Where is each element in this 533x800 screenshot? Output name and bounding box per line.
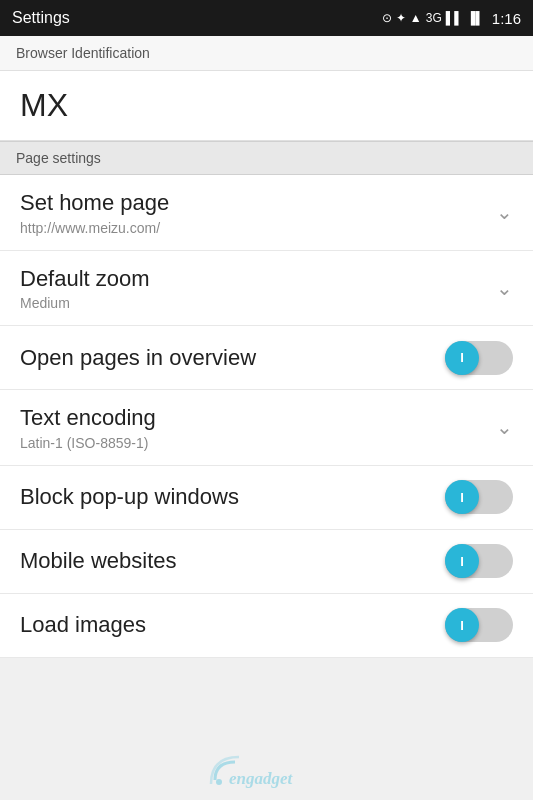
set-home-page-title: Set home page bbox=[20, 189, 484, 218]
text-encoding-item[interactable]: Text encoding Latin-1 (ISO-8859-1) ⌄ bbox=[0, 390, 533, 466]
alarm-icon: ⊙ bbox=[382, 11, 392, 25]
load-images-knob: I bbox=[445, 608, 479, 642]
watermark: engadget bbox=[0, 752, 533, 792]
open-pages-overview-toggle[interactable]: I bbox=[445, 341, 513, 375]
text-encoding-subtitle: Latin-1 (ISO-8859-1) bbox=[20, 435, 484, 451]
browser-id-value: MX bbox=[20, 87, 68, 123]
default-zoom-chevron: ⌄ bbox=[496, 276, 513, 300]
block-popup-knob: I bbox=[445, 480, 479, 514]
page-settings-label: Page settings bbox=[16, 150, 101, 166]
default-zoom-subtitle: Medium bbox=[20, 295, 484, 311]
text-encoding-text: Text encoding Latin-1 (ISO-8859-1) bbox=[20, 404, 484, 451]
open-pages-overview-knob: I bbox=[445, 341, 479, 375]
svg-point-0 bbox=[216, 779, 222, 785]
mobile-websites-item[interactable]: Mobile websites I bbox=[0, 530, 533, 594]
default-zoom-title: Default zoom bbox=[20, 265, 484, 294]
watermark-logo: engadget bbox=[207, 752, 327, 792]
bluetooth-icon: ✦ bbox=[396, 11, 406, 25]
default-zoom-item[interactable]: Default zoom Medium ⌄ bbox=[0, 251, 533, 327]
status-bar: Settings ⊙ ✦ ▲ 3G ▌▌ ▐▌ 1:16 bbox=[0, 0, 533, 36]
set-home-page-item[interactable]: Set home page http://www.meizu.com/ ⌄ bbox=[0, 175, 533, 251]
set-home-page-text: Set home page http://www.meizu.com/ bbox=[20, 189, 484, 236]
block-popup-item[interactable]: Block pop-up windows I bbox=[0, 466, 533, 530]
set-home-page-chevron: ⌄ bbox=[496, 200, 513, 224]
load-images-item[interactable]: Load images I bbox=[0, 594, 533, 658]
mobile-websites-toggle[interactable]: I bbox=[445, 544, 513, 578]
text-encoding-chevron: ⌄ bbox=[496, 415, 513, 439]
battery-icon: ▐▌ bbox=[467, 11, 484, 25]
toggle-on-label: I bbox=[460, 350, 464, 365]
network-icon: 3G bbox=[426, 11, 442, 25]
status-icons: ⊙ ✦ ▲ 3G ▌▌ ▐▌ 1:16 bbox=[382, 10, 521, 27]
block-popup-toggle[interactable]: I bbox=[445, 480, 513, 514]
load-images-toggle[interactable]: I bbox=[445, 608, 513, 642]
time-display: 1:16 bbox=[492, 10, 521, 27]
browser-identification-label: Browser Identification bbox=[16, 45, 150, 61]
mobile-websites-knob: I bbox=[445, 544, 479, 578]
open-pages-overview-label: Open pages in overview bbox=[20, 345, 256, 371]
text-encoding-title: Text encoding bbox=[20, 404, 484, 433]
toggle-on-label-4: I bbox=[460, 618, 464, 633]
default-zoom-text: Default zoom Medium bbox=[20, 265, 484, 312]
browser-id-value-row[interactable]: MX bbox=[0, 71, 533, 141]
block-popup-label: Block pop-up windows bbox=[20, 484, 239, 510]
svg-text:engadget: engadget bbox=[229, 769, 294, 788]
signal-bars-icon: ▌▌ bbox=[446, 11, 463, 25]
set-home-page-subtitle: http://www.meizu.com/ bbox=[20, 220, 484, 236]
toggle-on-label-2: I bbox=[460, 490, 464, 505]
page-settings-section-header: Page settings bbox=[0, 141, 533, 175]
open-pages-overview-item[interactable]: Open pages in overview I bbox=[0, 326, 533, 390]
load-images-label: Load images bbox=[20, 612, 146, 638]
toggle-on-label-3: I bbox=[460, 554, 464, 569]
browser-identification-header: Browser Identification bbox=[0, 36, 533, 71]
mobile-websites-label: Mobile websites bbox=[20, 548, 177, 574]
app-title: Settings bbox=[12, 9, 70, 27]
wifi-icon: ▲ bbox=[410, 11, 422, 25]
